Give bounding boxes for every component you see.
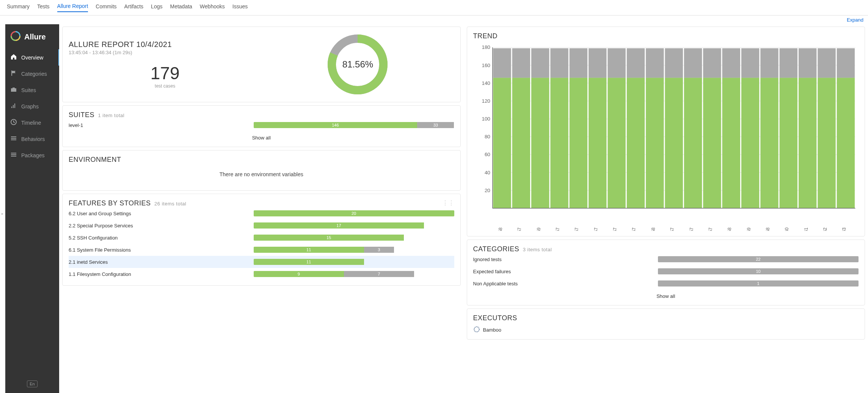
env-card: ENVIRONMENT There are no environment var… <box>62 150 461 191</box>
segment-count: 10 <box>658 268 859 274</box>
sidebar-item-label: Graphs <box>21 103 39 110</box>
trend-bar-passed <box>626 78 644 208</box>
svg-text:#658: #658 <box>498 227 503 231</box>
expand-link[interactable]: Expand <box>847 17 863 23</box>
row-label: 5.2 SSH Configuration <box>69 235 250 241</box>
trend-bar-other <box>665 48 683 78</box>
svg-text:40: 40 <box>484 170 490 175</box>
segment-passed: 9 <box>254 271 344 277</box>
hero-card: ALLURE REPORT 10/4/2021 13:45:04 - 13:46… <box>62 27 461 102</box>
svg-text:#661: #661 <box>803 227 808 231</box>
trend-card: TREND 20406080100120140160180#658#657#65… <box>467 27 865 236</box>
sidebar-item-overview[interactable]: Overview <box>5 49 59 66</box>
categories-show-all[interactable]: Show all <box>473 290 859 300</box>
trend-bar-passed <box>818 78 835 208</box>
row-bar: 15 <box>254 235 454 241</box>
sidebar-item-graphs[interactable]: Graphs <box>5 98 59 114</box>
row-label: 1.1 Filesystem Configuration <box>69 271 250 277</box>
row-label: 6.2 User and Group Settings <box>69 211 250 216</box>
row-label: Non Applicable tests <box>473 281 655 287</box>
env-title: ENVIRONMENT <box>69 156 454 164</box>
tab-artifacts[interactable]: Artifacts <box>124 3 144 12</box>
svg-text:160: 160 <box>482 63 490 68</box>
trend-bar-other <box>569 48 587 78</box>
tab-issues[interactable]: Issues <box>232 3 248 12</box>
table-row[interactable]: 2.1 inetd Services11 <box>69 256 454 268</box>
svg-text:140: 140 <box>482 80 490 86</box>
svg-text:#657: #657 <box>555 227 560 231</box>
sidebar-item-categories[interactable]: Categories <box>5 66 59 82</box>
tab-tests[interactable]: Tests <box>37 3 50 12</box>
table-row[interactable]: Non Applicable tests1 <box>473 277 859 290</box>
svg-text:#660: #660 <box>784 227 790 231</box>
tab-allure-report[interactable]: Allure Report <box>57 3 88 12</box>
table-row[interactable]: 5.2 SSH Configuration15 <box>69 232 454 244</box>
categories-sub: 3 items total <box>523 247 552 252</box>
collapse-strip[interactable]: ▸ <box>0 24 5 393</box>
report-title: ALLURE REPORT 10/4/2021 <box>69 40 261 49</box>
trend-bar-passed <box>607 78 625 208</box>
tab-summary[interactable]: Summary <box>7 3 30 12</box>
segment-other: 33 <box>417 122 454 128</box>
report-time: 13:45:04 - 13:46:34 (1m 29s) <box>69 50 261 55</box>
trend-bar-other <box>626 48 644 78</box>
row-bar: 1 <box>658 280 859 287</box>
lang-chip[interactable]: En <box>27 380 37 387</box>
sidebar-item-timeline[interactable]: Timeline <box>5 114 59 131</box>
row-bar: 97 <box>254 271 454 277</box>
row-bar: 20 <box>254 210 454 216</box>
total-tests-label: test cases <box>69 83 261 89</box>
sidebar-item-label: Packages <box>21 152 44 158</box>
svg-text:#657: #657 <box>670 227 675 231</box>
drag-handle-icon[interactable]: ⋮⋮ <box>442 199 454 207</box>
svg-text:60: 60 <box>484 152 490 157</box>
sidebar-item-suites[interactable]: Suites <box>5 82 59 98</box>
trend-bar-passed <box>493 78 511 208</box>
tab-metadata[interactable]: Metadata <box>170 3 192 12</box>
sidebar-item-behaviors[interactable]: Behaviors <box>5 131 59 147</box>
table-row[interactable]: 6.1 System File Permissions113 <box>69 244 454 256</box>
trend-bar-passed <box>837 78 854 208</box>
bamboo-icon <box>473 326 480 334</box>
trend-bar-other <box>741 48 759 78</box>
row-label: Ignored tests <box>473 257 655 262</box>
pass-rate-donut: 81.56% <box>325 32 390 97</box>
row-label: 2.2 Special Purpose Services <box>69 223 250 229</box>
trend-bar-other <box>703 48 721 78</box>
tab-logs[interactable]: Logs <box>151 3 162 12</box>
segment-other: 3 <box>364 247 394 253</box>
executor-name: Bamboo <box>483 327 501 333</box>
tab-commits[interactable]: Commits <box>96 3 116 12</box>
table-row[interactable]: level-114633 <box>69 119 454 131</box>
sidebar-item-packages[interactable]: Packages <box>5 147 59 163</box>
features-card: ⋮⋮ FEATURES BY STORIES 26 items total 6.… <box>62 194 461 286</box>
trend-bar-passed <box>760 78 778 208</box>
segment-count: 1 <box>658 280 859 287</box>
svg-text:#658: #658 <box>727 227 732 231</box>
svg-text:#657: #657 <box>689 227 694 231</box>
suites-sub: 1 item total <box>98 113 125 118</box>
clock-icon <box>11 119 17 126</box>
table-row[interactable]: Expected failures10 <box>473 265 859 277</box>
tab-webhooks[interactable]: Webhooks <box>200 3 225 12</box>
brand: Allure <box>5 24 59 49</box>
expand-row: Expand <box>0 16 868 24</box>
row-label: level-1 <box>69 122 250 128</box>
trend-bar-other <box>837 48 854 78</box>
table-row[interactable]: 1.1 Filesystem Configuration97 <box>69 268 454 280</box>
sidebar-item-label: Categories <box>21 71 47 77</box>
table-row[interactable]: 6.2 User and Group Settings20 <box>69 207 454 219</box>
svg-text:#663: #663 <box>841 227 847 231</box>
executor-row[interactable]: Bamboo <box>473 322 859 334</box>
sidebar-item-label: Suites <box>21 87 36 93</box>
suites-show-all[interactable]: Show all <box>69 131 454 141</box>
svg-text:#657: #657 <box>631 227 637 231</box>
row-label: 2.1 inetd Services <box>69 259 250 265</box>
svg-point-43 <box>474 327 479 332</box>
table-row[interactable]: Ignored tests22 <box>473 253 859 265</box>
svg-text:#662: #662 <box>822 227 828 231</box>
svg-text:20: 20 <box>484 188 490 193</box>
trend-bar-other <box>589 48 606 78</box>
table-row[interactable]: 2.2 Special Purpose Services17 <box>69 219 454 232</box>
trend-bar-passed <box>722 78 740 208</box>
